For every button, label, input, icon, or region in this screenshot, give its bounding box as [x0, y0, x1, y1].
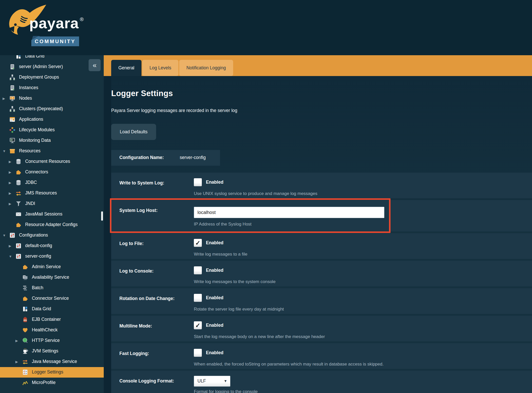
coffee-icon — [22, 348, 28, 354]
community-badge: COMMUNITY — [31, 36, 79, 46]
expand-arrow-icon[interactable]: ▶ — [9, 181, 11, 185]
deployment-groups-icon — [9, 74, 15, 80]
system-log-host-input[interactable] — [194, 207, 384, 218]
sidebar-item-jndi[interactable]: ▶ JNDI — [0, 199, 104, 209]
sidebar-item-monitoring-data[interactable]: Monitoring Data — [0, 135, 104, 146]
sliders-icon — [9, 232, 15, 238]
sidebar-item-resources[interactable]: ▼ Resources — [0, 146, 104, 156]
field-help-text: Format for logging to the console — [194, 389, 258, 393]
sidebar-item-healthcheck[interactable]: HealthCheck — [0, 325, 104, 335]
console-logging-format-select[interactable]: ULF▼ — [194, 376, 230, 387]
sidebar-item-configurations[interactable]: ▼ Configurations — [0, 230, 104, 241]
sidebar-item-instances[interactable]: Instances — [0, 83, 104, 93]
configuration-name-row: Configuration Name: server-config — [111, 150, 220, 166]
sidebar-item-microprofile[interactable]: MicroProfile — [0, 378, 104, 388]
field-help-text: Rotate the server log file every day at … — [194, 307, 284, 312]
sidebar-item-connectors[interactable]: ▶ Connectors — [0, 167, 104, 177]
fast-logging-checkbox[interactable] — [194, 349, 202, 357]
expand-arrow-icon[interactable]: ▶ — [3, 97, 5, 100]
enabled-label: Enabled — [206, 240, 223, 246]
expand-arrow-icon[interactable]: ▶ — [15, 339, 18, 343]
collapse-arrow-icon[interactable]: ▼ — [3, 149, 6, 153]
collapse-arrow-icon[interactable]: ▼ — [9, 255, 12, 258]
resources-icon — [9, 148, 15, 154]
rotation-on-date-change-label: Rotation on Date Change: — [119, 296, 175, 301]
sidebar-collapse-button[interactable]: « — [89, 59, 101, 71]
sidebar-item-http-service[interactable]: ▶ HTTP Service — [0, 335, 104, 346]
clusters-icon — [9, 106, 15, 112]
sidebar-item-connector-service[interactable]: Connector Service — [0, 293, 104, 304]
collapse-arrow-icon[interactable]: ▼ — [3, 233, 6, 237]
system-log-host-label: System Log Host: — [119, 208, 158, 213]
microprofile-icon — [22, 380, 28, 386]
sidebar-item-availability-service[interactable]: Availability Service — [0, 272, 104, 283]
sidebar-item-nodes[interactable]: ▶ Nodes — [0, 93, 104, 104]
write-to-system-log-checkbox[interactable] — [194, 178, 202, 186]
payara-logo: payara® COMMUNITY — [6, 3, 83, 54]
multiline-mode-checkbox[interactable]: ✓ — [194, 321, 202, 329]
expand-arrow-icon[interactable]: ▶ — [9, 191, 11, 195]
field-help-text: Write log messages to a file — [194, 252, 248, 257]
sidebar-item-resource-adapter-configs[interactable]: Resource Adapter Configs — [0, 220, 104, 230]
sidebar-item-jdbc[interactable]: ▶ JDBC — [0, 177, 104, 188]
sidebar-item-java-message-service[interactable]: ▶ Java Message Service — [0, 357, 104, 367]
expand-arrow-icon[interactable]: ▶ — [9, 202, 11, 206]
sidebar-item-clusters-deprecated[interactable]: Clusters (Deprecated) — [0, 104, 104, 114]
log-to-console-checkbox[interactable] — [194, 266, 202, 274]
rotation-on-date-change-checkbox[interactable] — [194, 294, 202, 302]
sidebar-scrollbar-thumb[interactable] — [101, 211, 103, 221]
sidebar-item-server-config[interactable]: ▼ server-config — [0, 251, 104, 262]
tab-notification-logging[interactable]: Notification Logging — [179, 60, 233, 76]
sidebar-item-data-grid[interactable]: Data Grid — [0, 55, 104, 62]
payara-admin-console: payara® COMMUNITY « Data Grid server (Ad… — [0, 0, 532, 393]
main-content: Logger Settings Payara Server logging me… — [104, 76, 532, 393]
multiline-mode-row: Multiline Mode: ✓Enabled Start the log m… — [111, 316, 532, 341]
sidebar-item-applications[interactable]: Applications — [0, 114, 104, 125]
sidebar-item-jms-resources[interactable]: ▶ JMS Resources — [0, 188, 104, 199]
tab-general[interactable]: General — [111, 60, 141, 77]
page-title: Logger Settings — [111, 89, 173, 98]
sidebar-item-server-admin-server[interactable]: server (Admin Server) — [0, 62, 104, 72]
tab-log-levels[interactable]: Log Levels — [142, 60, 178, 76]
sidebar-item-lifecycle-modules[interactable]: Lifecycle Modules — [0, 125, 104, 135]
database-icon — [15, 158, 22, 165]
panel-divider — [104, 76, 111, 393]
expand-arrow-icon[interactable]: ▶ — [9, 244, 11, 248]
console-logging-format-row: Console Logging Format: ULF▼ Format for … — [111, 371, 532, 393]
envelope-icon — [15, 211, 22, 217]
enabled-label: Enabled — [206, 180, 223, 185]
sidebar-item-javamail-sessions[interactable]: JavaMail Sessions — [0, 209, 104, 220]
configuration-name-label: Configuration Name: — [119, 155, 164, 160]
field-help-text: Write log messages to the system console — [194, 279, 276, 284]
sidebar-item-logger-settings[interactable]: Logger Settings — [0, 367, 104, 378]
enabled-label: Enabled — [206, 295, 223, 301]
puzzle-icon — [22, 264, 28, 270]
sidebar-item-concurrent-resources[interactable]: ▶ Concurrent Resources — [0, 156, 104, 167]
globe-icon — [22, 338, 28, 344]
expand-arrow-icon[interactable]: ▶ — [9, 170, 11, 174]
log-to-file-row: Log to File: ✓Enabled Write log messages… — [111, 233, 532, 259]
sidebar-item-ejb-container[interactable]: JAR EJB Container — [0, 314, 104, 325]
rotation-on-date-change-row: Rotation on Date Change: Enabled Rotate … — [111, 288, 532, 314]
database-icon — [15, 180, 22, 186]
expand-arrow-icon[interactable]: ▶ — [9, 160, 11, 164]
load-defaults-button[interactable]: Load Defaults — [111, 124, 156, 140]
field-help-text: IP Address of the Syslog Host — [194, 222, 252, 227]
sidebar-item-admin-service[interactable]: Admin Service — [0, 262, 104, 272]
system-log-host-row: System Log Host: IP Address of the Syslo… — [111, 200, 532, 231]
jar-icon: JAR — [22, 316, 28, 323]
write-to-system-log-row: Write to System Log: Enabled Use UNIX sy… — [111, 173, 532, 198]
sidebar-item-default-config[interactable]: ▶ default-config — [0, 241, 104, 251]
swap-arrows-icon — [15, 190, 22, 196]
configuration-name-value: server-config — [180, 155, 206, 160]
expand-arrow-icon[interactable]: ▶ — [15, 360, 18, 364]
batch-icon — [22, 285, 28, 291]
log-to-file-checkbox[interactable]: ✓ — [194, 239, 202, 247]
sidebar-item-deployment-groups[interactable]: Deployment Groups — [0, 72, 104, 83]
navigation-tree: Data Grid server (Admin Server) Deployme… — [0, 55, 104, 388]
checklist-icon — [22, 369, 28, 375]
sidebar-item-batch[interactable]: Batch — [0, 283, 104, 293]
enabled-label: Enabled — [206, 268, 223, 273]
sidebar-item-data-grid[interactable]: Data Grid — [0, 304, 104, 314]
sidebar-item-jvm-settings[interactable]: JVM Settings — [0, 346, 104, 357]
